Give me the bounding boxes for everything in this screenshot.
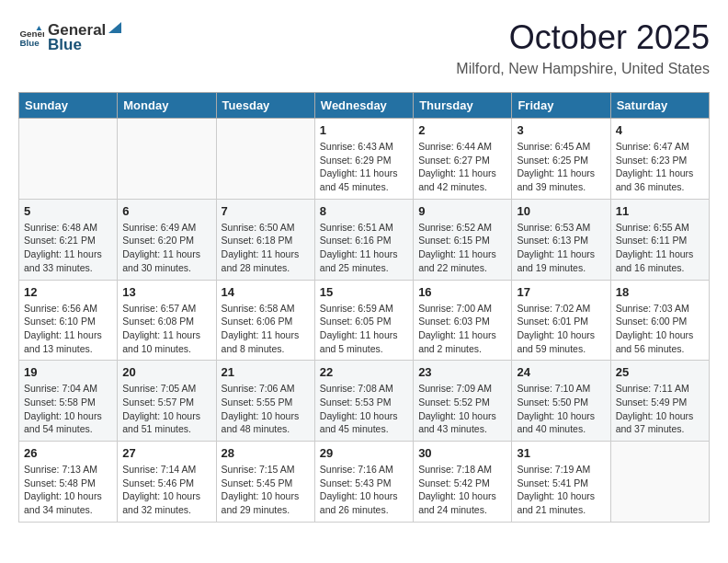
calendar-cell: 11Sunrise: 6:55 AM Sunset: 6:11 PM Dayli… <box>610 199 709 280</box>
day-info: Sunrise: 6:43 AM Sunset: 6:29 PM Dayligh… <box>320 140 408 194</box>
day-number: 2 <box>418 123 506 137</box>
weekday-header-row: SundayMondayTuesdayWednesdayThursdayFrid… <box>19 93 710 119</box>
day-number: 15 <box>320 285 408 299</box>
day-number: 3 <box>517 123 605 137</box>
calendar-cell: 22Sunrise: 7:08 AM Sunset: 5:53 PM Dayli… <box>314 361 413 442</box>
calendar-cell: 3Sunrise: 6:45 AM Sunset: 6:25 PM Daylig… <box>512 119 610 200</box>
calendar-cell: 25Sunrise: 7:11 AM Sunset: 5:49 PM Dayli… <box>610 361 709 442</box>
calendar-cell: 31Sunrise: 7:19 AM Sunset: 5:41 PM Dayli… <box>512 442 610 523</box>
day-number: 17 <box>517 285 605 299</box>
day-info: Sunrise: 7:05 AM Sunset: 5:57 PM Dayligh… <box>122 382 210 436</box>
calendar-cell: 6Sunrise: 6:49 AM Sunset: 6:20 PM Daylig… <box>118 199 216 280</box>
day-number: 14 <box>222 285 310 299</box>
month-title: October 2025 <box>456 18 710 57</box>
calendar-cell: 5Sunrise: 6:48 AM Sunset: 6:21 PM Daylig… <box>19 199 118 280</box>
day-info: Sunrise: 6:55 AM Sunset: 6:11 PM Dayligh… <box>616 221 704 275</box>
day-number: 19 <box>24 365 112 379</box>
day-info: Sunrise: 6:45 AM Sunset: 6:25 PM Dayligh… <box>517 140 605 194</box>
day-info: Sunrise: 6:50 AM Sunset: 6:18 PM Dayligh… <box>222 221 310 275</box>
day-info: Sunrise: 6:51 AM Sunset: 6:16 PM Dayligh… <box>320 221 408 275</box>
day-number: 23 <box>418 365 506 379</box>
day-info: Sunrise: 6:52 AM Sunset: 6:15 PM Dayligh… <box>418 221 506 275</box>
day-number: 18 <box>616 285 704 299</box>
calendar-cell: 26Sunrise: 7:13 AM Sunset: 5:48 PM Dayli… <box>19 442 118 523</box>
weekday-header-tuesday: Tuesday <box>216 93 314 119</box>
calendar-cell: 20Sunrise: 7:05 AM Sunset: 5:57 PM Dayli… <box>118 361 216 442</box>
location: Milford, New Hampshire, United States <box>456 61 710 77</box>
day-number: 5 <box>24 204 112 218</box>
calendar-cell: 4Sunrise: 6:47 AM Sunset: 6:23 PM Daylig… <box>610 119 709 200</box>
calendar-cell <box>19 119 118 200</box>
logo: General Blue General Blue <box>18 18 124 54</box>
day-number: 27 <box>122 446 210 460</box>
calendar-cell: 13Sunrise: 6:57 AM Sunset: 6:08 PM Dayli… <box>118 280 216 361</box>
weekday-header-monday: Monday <box>118 93 216 119</box>
day-number: 31 <box>517 446 605 460</box>
day-number: 26 <box>24 446 112 460</box>
day-info: Sunrise: 7:14 AM Sunset: 5:46 PM Dayligh… <box>122 463 210 517</box>
calendar-cell: 30Sunrise: 7:18 AM Sunset: 5:42 PM Dayli… <box>414 442 512 523</box>
calendar-cell: 24Sunrise: 7:10 AM Sunset: 5:50 PM Dayli… <box>512 361 610 442</box>
weekday-header-thursday: Thursday <box>414 93 512 119</box>
svg-text:Blue: Blue <box>19 37 40 47</box>
day-number: 1 <box>320 123 408 137</box>
day-number: 8 <box>320 204 408 218</box>
calendar-cell: 15Sunrise: 6:59 AM Sunset: 6:05 PM Dayli… <box>314 280 413 361</box>
calendar-cell: 29Sunrise: 7:16 AM Sunset: 5:43 PM Dayli… <box>314 442 413 523</box>
day-info: Sunrise: 7:16 AM Sunset: 5:43 PM Dayligh… <box>320 463 408 517</box>
day-info: Sunrise: 7:15 AM Sunset: 5:45 PM Dayligh… <box>222 463 310 517</box>
calendar-cell: 21Sunrise: 7:06 AM Sunset: 5:55 PM Dayli… <box>216 361 314 442</box>
day-info: Sunrise: 7:10 AM Sunset: 5:50 PM Dayligh… <box>517 382 605 436</box>
page-header: General Blue General Blue October 2025 M… <box>18 18 710 77</box>
calendar-cell: 2Sunrise: 6:44 AM Sunset: 6:27 PM Daylig… <box>414 119 512 200</box>
day-number: 4 <box>616 123 704 137</box>
logo-triangle-icon <box>107 18 123 35</box>
calendar-cell: 9Sunrise: 6:52 AM Sunset: 6:15 PM Daylig… <box>414 199 512 280</box>
calendar-cell <box>610 442 709 523</box>
day-number: 22 <box>320 365 408 379</box>
calendar-week-2: 5Sunrise: 6:48 AM Sunset: 6:21 PM Daylig… <box>19 199 710 280</box>
calendar-cell: 8Sunrise: 6:51 AM Sunset: 6:16 PM Daylig… <box>314 199 413 280</box>
day-info: Sunrise: 6:58 AM Sunset: 6:06 PM Dayligh… <box>222 302 310 356</box>
day-info: Sunrise: 7:00 AM Sunset: 6:03 PM Dayligh… <box>418 302 506 356</box>
calendar-cell: 28Sunrise: 7:15 AM Sunset: 5:45 PM Dayli… <box>216 442 314 523</box>
calendar-week-4: 19Sunrise: 7:04 AM Sunset: 5:58 PM Dayli… <box>19 361 710 442</box>
day-number: 28 <box>222 446 310 460</box>
calendar-cell <box>216 119 314 200</box>
svg-marker-3 <box>108 22 121 33</box>
day-info: Sunrise: 7:19 AM Sunset: 5:41 PM Dayligh… <box>517 463 605 517</box>
day-info: Sunrise: 6:53 AM Sunset: 6:13 PM Dayligh… <box>517 221 605 275</box>
day-info: Sunrise: 7:18 AM Sunset: 5:42 PM Dayligh… <box>418 463 506 517</box>
day-info: Sunrise: 7:08 AM Sunset: 5:53 PM Dayligh… <box>320 382 408 436</box>
day-info: Sunrise: 7:09 AM Sunset: 5:52 PM Dayligh… <box>418 382 506 436</box>
calendar-week-1: 1Sunrise: 6:43 AM Sunset: 6:29 PM Daylig… <box>19 119 710 200</box>
day-info: Sunrise: 7:11 AM Sunset: 5:49 PM Dayligh… <box>616 382 704 436</box>
calendar-cell: 27Sunrise: 7:14 AM Sunset: 5:46 PM Dayli… <box>118 442 216 523</box>
calendar-cell: 19Sunrise: 7:04 AM Sunset: 5:58 PM Dayli… <box>19 361 118 442</box>
weekday-header-friday: Friday <box>512 93 610 119</box>
weekday-header-saturday: Saturday <box>610 93 709 119</box>
calendar-cell: 23Sunrise: 7:09 AM Sunset: 5:52 PM Dayli… <box>414 361 512 442</box>
day-info: Sunrise: 7:13 AM Sunset: 5:48 PM Dayligh… <box>24 463 112 517</box>
day-number: 6 <box>122 204 210 218</box>
logo-icon: General Blue <box>18 24 44 50</box>
title-block: October 2025 Milford, New Hampshire, Uni… <box>456 18 710 77</box>
day-info: Sunrise: 7:04 AM Sunset: 5:58 PM Dayligh… <box>24 382 112 436</box>
day-number: 10 <box>517 204 605 218</box>
day-number: 16 <box>418 285 506 299</box>
calendar-cell: 16Sunrise: 7:00 AM Sunset: 6:03 PM Dayli… <box>414 280 512 361</box>
day-info: Sunrise: 6:47 AM Sunset: 6:23 PM Dayligh… <box>616 140 704 194</box>
day-info: Sunrise: 7:02 AM Sunset: 6:01 PM Dayligh… <box>517 302 605 356</box>
day-number: 9 <box>418 204 506 218</box>
calendar-cell: 7Sunrise: 6:50 AM Sunset: 6:18 PM Daylig… <box>216 199 314 280</box>
day-info: Sunrise: 7:06 AM Sunset: 5:55 PM Dayligh… <box>222 382 310 436</box>
calendar-week-5: 26Sunrise: 7:13 AM Sunset: 5:48 PM Dayli… <box>19 442 710 523</box>
weekday-header-sunday: Sunday <box>19 93 118 119</box>
day-info: Sunrise: 6:44 AM Sunset: 6:27 PM Dayligh… <box>418 140 506 194</box>
day-number: 29 <box>320 446 408 460</box>
day-number: 13 <box>122 285 210 299</box>
day-number: 11 <box>616 204 704 218</box>
weekday-header-wednesday: Wednesday <box>314 93 413 119</box>
calendar-cell: 10Sunrise: 6:53 AM Sunset: 6:13 PM Dayli… <box>512 199 610 280</box>
day-number: 24 <box>517 365 605 379</box>
